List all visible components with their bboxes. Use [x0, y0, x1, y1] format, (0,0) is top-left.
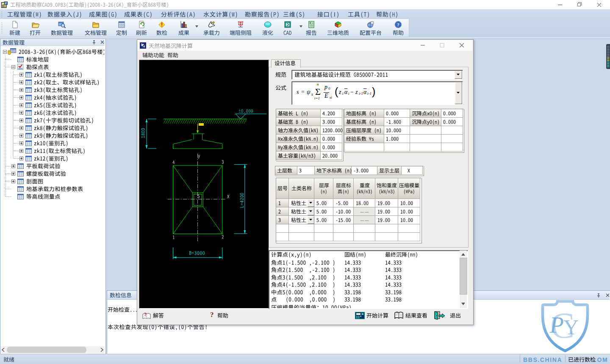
- svg-text:P: P: [549, 312, 564, 338]
- svg-text:?: ?: [397, 22, 399, 27]
- svg-text:?: ?: [144, 311, 147, 317]
- svg-text:Y: Y: [563, 315, 579, 339]
